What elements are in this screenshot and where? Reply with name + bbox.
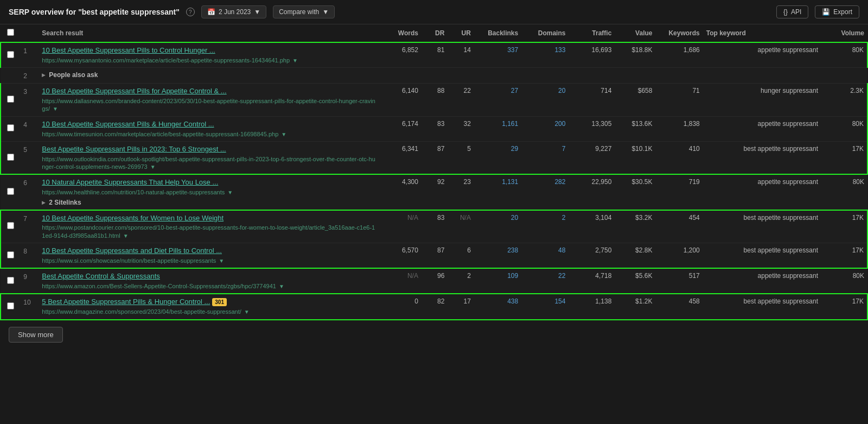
result-title[interactable]: 10 Best Appetite Suppressant Pills for A…: [42, 87, 377, 96]
row-checkbox[interactable]: [7, 251, 14, 258]
volume-cell: 80K: [821, 174, 867, 210]
url-dropdown-arrow[interactable]: ▼: [219, 258, 224, 264]
top-keyword-header[interactable]: Top keyword: [703, 24, 821, 42]
checkbox-cell[interactable]: [1, 84, 20, 116]
result-title[interactable]: Best Appetite Suppressant Pills in 2023:…: [42, 145, 377, 154]
result-url[interactable]: https://www.si.com/showcase/nutrition/be…: [42, 257, 377, 264]
keywords-cell: 1,838: [655, 116, 703, 141]
table-row: 3 10 Best Appetite Suppressant Pills for…: [1, 84, 867, 116]
table-row: 8 10 Best Appetite Suppressants and Diet…: [1, 243, 867, 269]
value-header[interactable]: Value: [615, 24, 655, 42]
row-number: 6: [20, 174, 39, 210]
url-dropdown-arrow[interactable]: ▼: [123, 233, 129, 239]
result-title[interactable]: 10 Best Appetite Suppressant Pills & Hun…: [42, 120, 377, 129]
people-also-ask-row: ▶ People also ask: [39, 68, 867, 84]
table-row: 5 Best Appetite Suppressant Pills in 202…: [1, 141, 867, 174]
keywords-header[interactable]: Keywords: [655, 24, 703, 42]
result-title[interactable]: 10 Best Appetite Suppressants and Diet P…: [42, 246, 377, 256]
search-result-header: Search result: [39, 24, 380, 42]
domains-header[interactable]: Domains: [521, 24, 569, 42]
checkbox-cell[interactable]: [1, 116, 20, 141]
backlinks-cell: 238: [474, 243, 521, 269]
dr-cell: 87: [422, 243, 448, 269]
row-checkbox[interactable]: [7, 188, 14, 195]
show-more-button[interactable]: Show more: [9, 327, 63, 343]
words-cell: 6,341: [381, 141, 422, 174]
result-cell: 10 Best Appetite Suppressant Pills for A…: [39, 84, 380, 116]
url-dropdown-arrow[interactable]: ▼: [292, 58, 298, 64]
volume-cell: 80K: [821, 268, 867, 294]
result-title[interactable]: 10 Natural Appetite Suppressants That He…: [42, 178, 377, 187]
row-checkbox[interactable]: [7, 124, 14, 131]
url-dropdown-arrow[interactable]: ▼: [279, 283, 284, 289]
backlinks-header[interactable]: Backlinks: [474, 24, 521, 42]
date-button[interactable]: 📅 2 Jun 2023 ▼: [201, 5, 266, 18]
value-cell: $3.2K: [615, 210, 655, 243]
result-title[interactable]: Best Appetite Control & Suppressants: [42, 272, 377, 281]
value-cell: $2.8K: [615, 243, 655, 269]
traffic-header[interactable]: Traffic: [569, 24, 615, 42]
domains-cell: 20: [521, 84, 569, 116]
row-checkbox[interactable]: [7, 154, 14, 161]
result-cell: Best Appetite Control & Suppressants htt…: [39, 268, 380, 294]
top-keyword-cell: appetite suppressant: [703, 116, 821, 141]
dr-cell: 88: [422, 84, 448, 116]
dr-cell: 83: [422, 210, 448, 243]
url-dropdown-arrow[interactable]: ▼: [53, 106, 58, 112]
result-url[interactable]: https://www.postandcourier.com/sponsored…: [42, 224, 377, 239]
result-url[interactable]: https://www.timesunion.com/marketplace/a…: [42, 130, 377, 138]
words-cell: 6,140: [381, 84, 422, 116]
volume-header[interactable]: Volume: [821, 24, 867, 42]
checkbox-cell[interactable]: [1, 268, 20, 294]
result-title[interactable]: 10 Best Appetite Suppressant Pills to Co…: [42, 46, 377, 55]
result-url[interactable]: https://www.healthline.com/nutrition/10-…: [42, 188, 377, 196]
export-button[interactable]: 💾 Export: [815, 5, 859, 18]
row-checkbox[interactable]: [7, 222, 14, 229]
help-icon[interactable]: ?: [186, 8, 195, 16]
words-header[interactable]: Words: [381, 24, 422, 42]
checkbox-cell[interactable]: [1, 243, 20, 269]
result-url[interactable]: https://www.dmagazine.com/sponsored/2023…: [42, 308, 377, 315]
checkbox-cell[interactable]: [1, 174, 20, 210]
row-checkbox[interactable]: [7, 277, 14, 284]
api-button[interactable]: {} API: [776, 5, 808, 18]
checkbox-cell[interactable]: [1, 210, 20, 243]
traffic-cell: 13,305: [569, 116, 615, 141]
result-cell: 10 Best Appetite Suppressants for Women …: [39, 210, 380, 243]
checkbox-cell[interactable]: [1, 294, 20, 319]
url-dropdown-arrow[interactable]: ▼: [150, 164, 156, 170]
result-title[interactable]: 10 Best Appetite Suppressants for Women …: [42, 214, 377, 223]
url-dropdown-arrow[interactable]: ▼: [227, 189, 233, 195]
result-title[interactable]: 5 Best Appetite Suppressant Pills & Hung…: [42, 298, 377, 307]
url-dropdown-arrow[interactable]: ▼: [244, 309, 250, 315]
result-url[interactable]: https://www.dallasnews.com/branded-conte…: [42, 97, 377, 113]
dr-header[interactable]: DR: [422, 24, 448, 42]
value-cell: $30.5K: [615, 174, 655, 210]
domains-cell: 22: [521, 268, 569, 294]
url-dropdown-arrow[interactable]: ▼: [281, 131, 286, 137]
top-keyword-cell: best appetite suppressant: [703, 210, 821, 243]
chevron-down-icon: ▼: [322, 8, 329, 16]
domains-cell: 48: [521, 243, 569, 269]
ur-header[interactable]: UR: [448, 24, 474, 42]
checkbox-cell[interactable]: [1, 141, 20, 174]
compare-button[interactable]: Compare with ▼: [273, 5, 335, 18]
keywords-cell: 1,200: [655, 243, 703, 269]
value-cell: $1.2K: [615, 294, 655, 319]
select-all-checkbox[interactable]: [7, 29, 14, 36]
words-cell: 6,570: [381, 243, 422, 269]
backlinks-cell: 337: [474, 42, 521, 68]
checkbox-header[interactable]: [1, 24, 20, 42]
row-checkbox[interactable]: [7, 51, 14, 58]
volume-cell: 17K: [821, 294, 867, 319]
result-url[interactable]: https://www.mysanantonio.com/marketplace…: [42, 56, 377, 64]
value-cell: $658: [615, 84, 655, 116]
result-url[interactable]: https://www.outlookindia.com/outlook-spo…: [42, 155, 377, 171]
result-url[interactable]: https://www.amazon.com/Best-Sellers-Appe…: [42, 282, 377, 290]
checkbox-cell[interactable]: [1, 42, 20, 68]
volume-cell: 80K: [821, 116, 867, 141]
dr-cell: 82: [422, 294, 448, 319]
row-checkbox[interactable]: [7, 96, 14, 103]
row-checkbox[interactable]: [7, 302, 14, 309]
top-keyword-cell: hunger suppressant: [703, 84, 821, 116]
